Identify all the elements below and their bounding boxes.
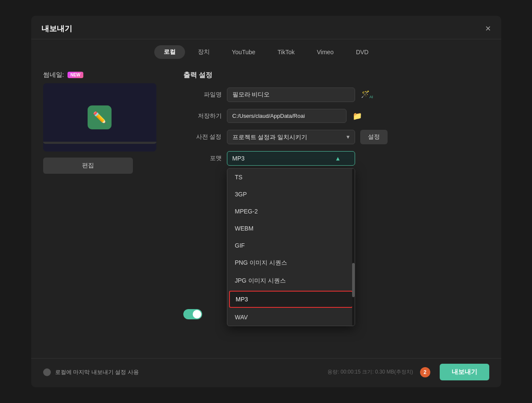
- save-label: 저장하기: [183, 112, 222, 120]
- format-option-wav[interactable]: WAV: [227, 309, 355, 326]
- preset-select-container: 프로젝트 설정과 일치시키기 ▼: [227, 130, 355, 144]
- toggle-switch[interactable]: [183, 309, 202, 319]
- format-option-gif[interactable]: GIF: [227, 237, 355, 254]
- format-selected-value: MP3: [232, 155, 245, 162]
- export-button[interactable]: 내보내기: [440, 364, 489, 380]
- format-option-webm[interactable]: WEBM: [227, 220, 355, 237]
- right-panel: 출력 설정 파일명 🪄AI 저장하기 C:/Users/claud/AppDat…: [183, 71, 489, 350]
- preset-row: 사전 설정 프로젝트 설정과 일치시키기 ▼ 설정: [183, 130, 489, 144]
- dialog-footer: 로컬에 마지막 내보내기 설정 사용 용량: 00:00:15 크기: 0.30…: [31, 358, 501, 387]
- filename-input[interactable]: [227, 88, 355, 102]
- format-option-mp3[interactable]: MP3: [229, 291, 353, 308]
- tab-dvd[interactable]: DVD: [347, 45, 378, 59]
- save-path-row: 저장하기 C:/Users/claud/AppData/Roai 📁: [183, 109, 489, 123]
- format-chevron-icon: ▲: [335, 155, 341, 162]
- footer-checkbox[interactable]: [43, 368, 51, 376]
- preset-label: 사전 설정: [183, 133, 222, 141]
- filename-row: 파일명 🪄AI: [183, 88, 489, 102]
- save-path-input[interactable]: C:/Users/claud/AppData/Roai: [227, 109, 347, 123]
- tab-device[interactable]: 장치: [188, 45, 219, 59]
- thumbnail-progress-bar: [43, 142, 156, 144]
- format-option-3gp[interactable]: 3GP: [227, 186, 355, 203]
- thumbnail-edit-icon: ✏️: [88, 105, 112, 129]
- thumbnail-preview: ✏️: [43, 83, 156, 152]
- close-button[interactable]: ×: [485, 24, 491, 33]
- tab-vimeo[interactable]: Vimeo: [307, 45, 343, 59]
- tab-bar: 로컬 장치 YouTube TikTok Vimeo DVD: [31, 39, 501, 63]
- thumbnail-text: 썸네일:: [43, 71, 64, 79]
- footer-left: 로컬에 마지막 내보내기 설정 사용: [43, 368, 139, 376]
- format-dropdown-list: TS 3GP MPEG-2 WEBM GIF PNG 이미지 시퀀스 JPG 이…: [227, 168, 355, 326]
- new-badge: NEW: [68, 72, 83, 78]
- footer-right: 용량: 00:00:15 크기: 0.30 MB(추정치) 2 내보내기: [327, 364, 489, 380]
- tab-local[interactable]: 로컬: [154, 45, 185, 59]
- settings-button[interactable]: 설정: [360, 130, 388, 144]
- ai-icon[interactable]: 🪄AI: [361, 90, 373, 99]
- format-option-jpg-seq[interactable]: JPG 이미지 시퀀스: [227, 272, 355, 290]
- format-option-ts[interactable]: TS: [227, 169, 355, 186]
- format-dropdown-trigger[interactable]: MP3 ▲: [227, 151, 355, 166]
- footer-info: 용량: 00:00:15 크기: 0.30 MB(추정치): [327, 368, 413, 376]
- preset-select[interactable]: 프로젝트 설정과 일치시키기: [227, 130, 355, 144]
- scrollbar-track: [352, 169, 355, 326]
- scrollbar-thumb[interactable]: [352, 263, 355, 297]
- section-title: 출력 설정: [183, 71, 489, 80]
- format-option-png-seq[interactable]: PNG 이미지 시퀀스: [227, 254, 355, 272]
- thumbnail-label-row: 썸네일: NEW: [43, 71, 84, 79]
- badge-2: 2: [420, 367, 430, 377]
- dialog-body: 썸네일: NEW ✏️ 편집 출력 설정 파일명 🪄AI 저장하기: [31, 63, 501, 358]
- left-panel: 썸네일: NEW ✏️ 편집: [43, 71, 171, 350]
- dialog-title: 내보내기: [41, 23, 72, 34]
- format-dropdown-container: MP3 ▲ TS 3GP MPEG-2 WEBM GIF PNG 이미지 시퀀스…: [227, 151, 355, 166]
- footer-checkbox-label: 로컬에 마지막 내보내기 설정 사용: [55, 368, 139, 376]
- edit-button[interactable]: 편집: [43, 158, 133, 174]
- format-row: 포맷 MP3 ▲ TS 3GP MPEG-2 WEBM GIF PNG 이미지 …: [183, 151, 489, 166]
- tab-tiktok[interactable]: TikTok: [268, 45, 304, 59]
- format-option-mpeg2[interactable]: MPEG-2: [227, 203, 355, 220]
- dialog-header: 내보내기 ×: [31, 16, 501, 39]
- filename-label: 파일명: [183, 91, 222, 99]
- tab-youtube[interactable]: YouTube: [223, 45, 265, 59]
- export-dialog: 내보내기 × 로컬 장치 YouTube TikTok Vimeo DVD 썸네…: [31, 16, 501, 387]
- folder-icon[interactable]: 📁: [353, 111, 362, 121]
- format-label: 포맷: [183, 155, 222, 162]
